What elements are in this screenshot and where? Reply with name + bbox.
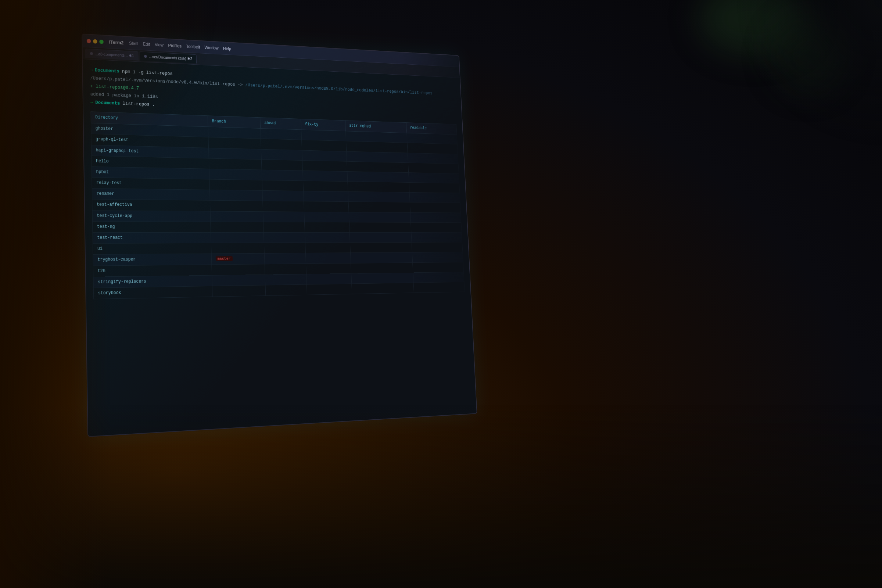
col-readable: readable [406,123,457,135]
col-ahead: ahead [260,118,302,130]
menu-edit[interactable]: Edit [143,42,150,46]
menu-profiles[interactable]: Profiles [168,43,182,48]
repo-ui: ui [93,243,211,254]
arrow-1: → [90,66,93,74]
run-command: list-repos . [123,100,155,109]
repo-renamer: renamer [92,189,210,201]
tab-2[interactable]: ...ver/Documents (zsh) ✱2 [140,51,196,63]
app-name: iTerm2 [109,39,124,45]
maximize-button[interactable] [99,39,104,44]
minimize-button[interactable] [93,39,98,44]
col-branch: Branch [208,116,261,129]
prompt-dir-2: Documents [95,99,120,108]
table-row: test-react [93,232,462,243]
col-fixty: fix-ty [301,119,346,131]
tab-dot-1 [90,52,93,55]
tab-1[interactable]: ...a8-components... ✱1 [85,48,138,60]
output-text-2: + list-repos@0.4.7 [90,82,139,92]
traffic-lights [87,39,104,44]
repo-relay-test: relay-test [92,177,210,190]
table-row: test-cycle-app [92,211,461,223]
menu-toolbelt[interactable]: Toolbelt [186,44,200,49]
bokeh-2 [772,18,845,92]
repo-storybook: storybook [93,286,212,299]
repo-test-cycle-app: test-cycle-app [92,211,210,222]
repo-t2h: t2h [93,265,212,277]
scene: iTerm2 Shell Edit View Profiles Toolbelt… [0,0,882,588]
tab-dot-2 [144,55,147,58]
repo-tryghost-casper: tryghost-casper [93,254,212,266]
repo-table: Directory Branch ahead fix-ty sttr-nghed… [90,111,465,299]
screen-container: iTerm2 Shell Edit View Profiles Toolbelt… [82,33,477,437]
repo-test-ng: test-ng [93,222,211,232]
arrow-2: → [90,99,93,106]
close-button[interactable] [87,39,91,43]
terminal-content: → Documents npm i -g list-repos /Users/p… [82,59,477,436]
branch-badge-master: master [215,256,232,261]
repo-test-react: test-react [93,232,211,243]
table-row: test-ng [93,222,462,232]
menu-items: Shell Edit View Profiles Toolbelt Window… [129,41,231,51]
screen-bezel: iTerm2 Shell Edit View Profiles Toolbelt… [82,33,477,437]
menu-view[interactable]: View [155,42,164,47]
tab-2-label: ...ver/Documents (zsh) ✱2 [149,54,192,61]
menu-window[interactable]: Window [204,45,218,50]
repo-test-affectiva: test-affectiva [92,200,210,212]
menu-help[interactable]: Help [223,46,231,51]
menu-shell[interactable]: Shell [129,41,138,46]
prompt-dir-1: Documents [95,67,119,75]
tab-1-label: ...a8-components... ✱1 [95,51,134,58]
